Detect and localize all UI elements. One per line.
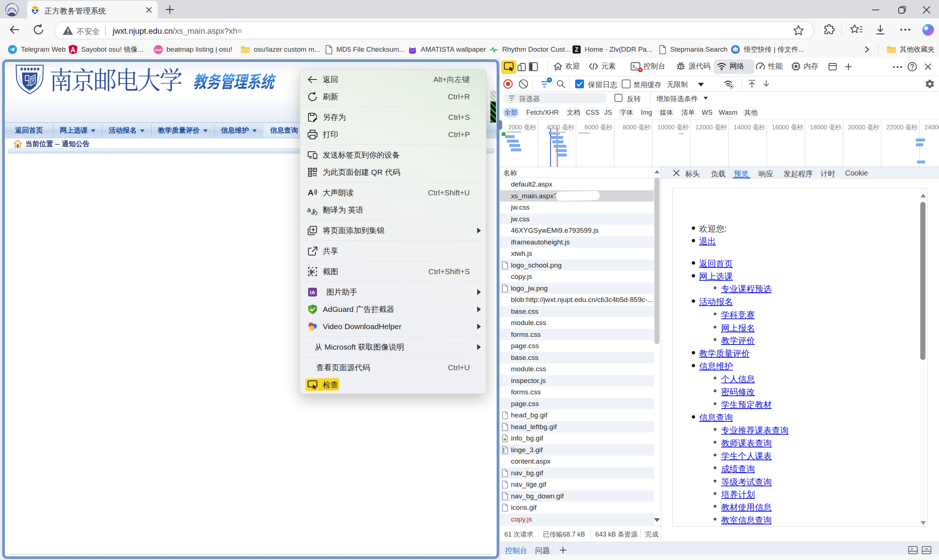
svg-text:IA: IA (310, 289, 315, 295)
svg-text:あ: あ (311, 208, 318, 215)
svg-text:a: a (307, 206, 311, 214)
svg-text:osu!: osu! (155, 48, 161, 52)
svg-text:Z: Z (575, 46, 578, 53)
svg-text:A: A (308, 188, 314, 197)
